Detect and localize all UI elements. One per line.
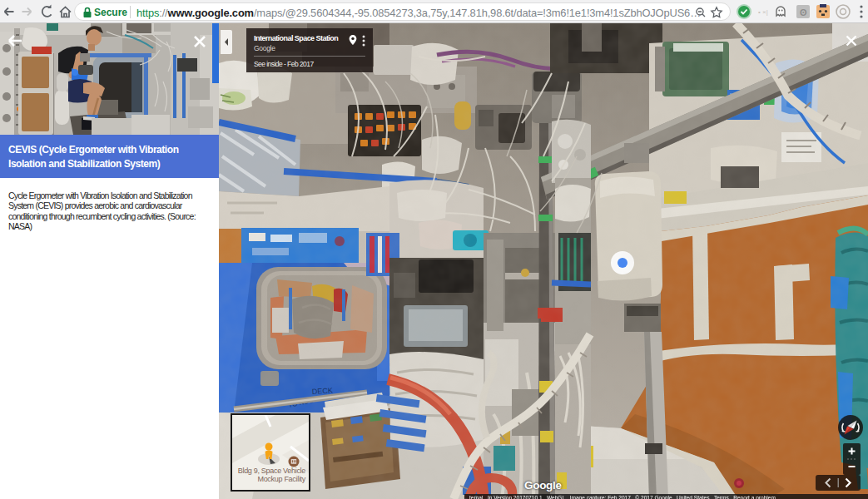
- svg-text:• ×|: • ×|: [758, 8, 768, 16]
- svg-text:ʘ: ʘ: [800, 7, 807, 17]
